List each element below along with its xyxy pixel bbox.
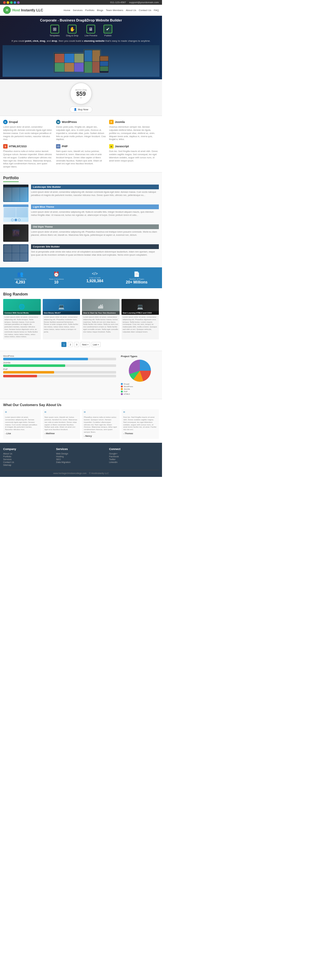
nav-contact[interactable]: Contact Us bbox=[139, 9, 151, 12]
portfolio-title-bar-3: Old Style Theme bbox=[31, 224, 159, 229]
footer-link-seo[interactable]: SEO bbox=[56, 458, 106, 460]
portfolio-content-1: Landscape Site Builder Lorem ipsum dolor… bbox=[31, 185, 159, 197]
price-sub: /yr bbox=[80, 97, 82, 99]
logo-text: Host Instantly LLC bbox=[12, 8, 43, 12]
minimize-circle bbox=[6, 1, 9, 4]
blog-title-overlay-1: Connect With Social Media bbox=[3, 311, 41, 315]
laptop-screen bbox=[54, 53, 85, 73]
footer-link-about[interactable]: About Us bbox=[3, 453, 53, 455]
tech-grid: D Drupal Lorem ipsum dolor sit amet, con… bbox=[3, 120, 159, 169]
footer-link-services[interactable]: Services bbox=[3, 458, 53, 460]
drupal-title: D Drupal bbox=[3, 120, 53, 124]
footer-link-google[interactable]: Google+ bbox=[109, 453, 159, 455]
buy-now-button[interactable]: 👤 Buy Now bbox=[70, 107, 93, 113]
legend-php: PHP bbox=[121, 391, 159, 393]
tech-joomla: ✕ Joomla Vivamus elementum semper nisi. … bbox=[109, 120, 159, 141]
preview-label: Live Preview bbox=[85, 35, 97, 37]
portfolio-item-4: Corporate Site Builder Sed ut perspiciat… bbox=[3, 244, 159, 262]
page-next-button[interactable]: Next » bbox=[80, 342, 90, 347]
footer-link-twitter[interactable]: Twitter bbox=[109, 458, 159, 460]
banner-title: Corporate - Business Drag&Drop Website B… bbox=[3, 18, 160, 22]
analytics-section: WordPress Joomla PHP Project Types bbox=[0, 351, 162, 399]
price-amount: $59 bbox=[76, 91, 86, 97]
portfolio-content-3: Old Style Theme Lorem ipsum dolor sit am… bbox=[31, 224, 159, 237]
nav-portfolio[interactable]: Portfolio bbox=[85, 9, 94, 12]
stat-lines: </> Lines of code 1,928,384 bbox=[86, 271, 103, 285]
tablet-screen bbox=[84, 49, 101, 73]
testimonial-author-3: - Nancy bbox=[84, 435, 118, 437]
feature-publish: ✔ Publish bbox=[104, 25, 112, 37]
chart-title: Project Types bbox=[121, 355, 159, 358]
stats-section: 👥 Happy Clients 4,293 ⏰ Years in busines… bbox=[0, 267, 162, 288]
html5-legend-dot bbox=[121, 393, 123, 395]
nav-services[interactable]: Services bbox=[73, 9, 83, 12]
hero-banner: Corporate - Business Drag&Drop Website B… bbox=[0, 16, 162, 80]
happy-clients-number: 4,293 bbox=[14, 280, 26, 285]
footer-link-contact[interactable]: Contact Us bbox=[3, 461, 53, 463]
quote-icon-4: " bbox=[123, 411, 157, 416]
blog-body-2: Lorem ipsum dolor sit amet, consectetur … bbox=[43, 315, 80, 335]
tech-drupal: D Drupal Lorem ipsum dolor sit amet, con… bbox=[3, 120, 53, 141]
wordpress-desc: Donec pede justo, fringilla vel, aliquet… bbox=[56, 126, 106, 141]
nav-about[interactable]: About Us bbox=[126, 9, 136, 12]
nav-faq[interactable]: FAQ bbox=[154, 9, 159, 12]
footer-link-sitemap[interactable]: Sitemap bbox=[3, 464, 53, 466]
footer-link-migration[interactable]: Data Migration bbox=[56, 461, 106, 463]
footer-connect: Connect Google+ Facebook Twitter LinkedI… bbox=[109, 447, 159, 467]
wordpress-title: W WordPress bbox=[56, 120, 106, 124]
footer-link-hosting[interactable]: Hosting bbox=[56, 455, 106, 458]
page-1-button[interactable]: 1 bbox=[61, 342, 67, 347]
wordpress-legend-dot bbox=[121, 385, 123, 387]
preview-icon: 🖥 bbox=[86, 25, 95, 33]
blog-post-2: 💻 How Binary Work? Lorem ipsum dolor sit… bbox=[43, 299, 80, 339]
wordpress-progress-label: WordPress bbox=[3, 355, 116, 357]
testimonial-text-3: Phasellus viverra nulla ut metus varius … bbox=[84, 416, 118, 434]
main-nav: Home Services Portfolio Blogs Team Membe… bbox=[64, 9, 159, 12]
php-legend-label: PHP bbox=[124, 391, 128, 393]
quote-icon-3: " bbox=[84, 411, 118, 416]
footer-bottom: www.heritagechristiancollege.com © HostI… bbox=[3, 470, 159, 474]
drupal-legend-label: Drupal bbox=[124, 383, 129, 385]
joomla-title: ✕ Joomla bbox=[109, 120, 159, 124]
portfolio-item-2: Light Blue Theme Lorem ipsum dolor sit a… bbox=[3, 204, 159, 222]
contact-info: 011-123-4567 support@yourdomain.com bbox=[110, 1, 159, 4]
pagination: 1 2 3 Next » Last » bbox=[3, 342, 159, 347]
footer-link-webdesign[interactable]: Web Design bbox=[56, 453, 106, 455]
legend-joomla: Joomla bbox=[121, 388, 159, 390]
portfolio-title-bar-1: Landscape Site Builder bbox=[31, 185, 159, 189]
top-bar: 011-123-4567 support@yourdomain.com bbox=[0, 0, 162, 5]
lines-number: 1,928,384 bbox=[86, 279, 103, 283]
blog-desc-4: Lorem ipsum dolor sit amet, consectetur … bbox=[123, 316, 158, 333]
stat-happy-clients: 👥 Happy Clients 4,293 bbox=[14, 271, 26, 285]
html5-icon: 5 bbox=[3, 144, 8, 148]
publish-icon: ✔ bbox=[104, 25, 112, 33]
blog-section: Blog Random 🌐 Connect With Social Media … bbox=[0, 288, 162, 351]
blue-circle bbox=[14, 1, 16, 4]
blog-grid: 🌐 Connect With Social Media Lorem ipsum … bbox=[3, 299, 159, 339]
social-media-icon: 🌐 bbox=[19, 304, 25, 310]
wordpress-icon: W bbox=[56, 120, 61, 124]
joomla-progress-fill bbox=[3, 364, 65, 367]
footer-link-linkedin[interactable]: LinkedIn bbox=[109, 461, 159, 463]
pages-number: 20+ Millions bbox=[126, 280, 147, 285]
tech-html5: 5 HTML5/CSS3 Phasellus viverra nulla ut … bbox=[3, 144, 53, 169]
laptop-device bbox=[53, 52, 85, 73]
portfolio-content-4: Corporate Site Builder Sed ut perspiciat… bbox=[31, 244, 159, 257]
feature-dragdrop: ✋ Drag & Drop bbox=[66, 25, 78, 37]
other-progress-fill bbox=[3, 375, 37, 377]
nav-team[interactable]: Team Members bbox=[106, 9, 123, 12]
footer-link-portfolio[interactable]: Portfolio bbox=[3, 455, 53, 458]
blog-img-1: 🌐 Connect With Social Media bbox=[3, 299, 41, 315]
years-icon: ⏰ bbox=[49, 271, 64, 277]
joomla-icon: ✕ bbox=[109, 120, 113, 124]
nav-home[interactable]: Home bbox=[64, 9, 70, 12]
footer-services-links: Web Design Hosting SEO Data Migration bbox=[56, 453, 106, 463]
page-2-button[interactable]: 2 bbox=[68, 342, 73, 347]
footer-link-facebook[interactable]: Facebook bbox=[109, 455, 159, 458]
page-3-button[interactable]: 3 bbox=[74, 342, 79, 347]
happy-clients-icon: 👥 bbox=[14, 271, 26, 277]
quote-icon-2: " bbox=[45, 411, 78, 416]
testimonial-1: " Lorem ipsum dolor sit amet, consectetu… bbox=[3, 409, 41, 439]
nav-blogs[interactable]: Blogs bbox=[97, 9, 103, 12]
page-last-button[interactable]: Last » bbox=[91, 342, 101, 347]
